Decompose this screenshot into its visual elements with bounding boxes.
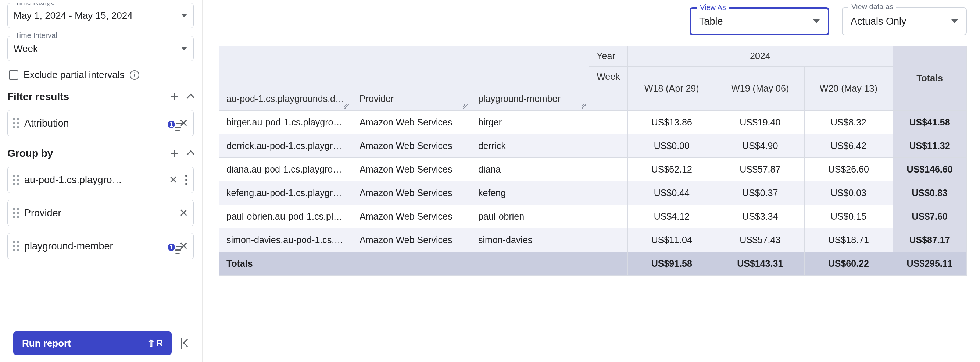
dim-cell: Amazon Web Services (352, 181, 471, 205)
run-report-label: Run report (22, 338, 71, 349)
footer-cell: US$91.58 (627, 252, 716, 276)
dim-cell: derrick.au-pod-1.cs.playgr… (219, 134, 352, 158)
info-icon[interactable]: i (130, 70, 139, 80)
add-filter-button[interactable]: + (170, 90, 178, 104)
exclude-partial-checkbox[interactable] (9, 70, 18, 80)
value-cell: US$4.12 (627, 205, 716, 228)
time-range-select[interactable]: Time Range May 1, 2024 - May 15, 2024 (7, 3, 194, 28)
view-data-as-select[interactable]: View data as Actuals Only (842, 7, 967, 35)
footer-cell: US$143.31 (716, 252, 804, 276)
value-cell: US$0.00 (627, 134, 716, 158)
year-label-header: Year (589, 46, 627, 67)
time-interval-legend: Time Interval (13, 31, 60, 40)
drag-handle-icon[interactable] (13, 118, 19, 128)
groupby-chip-label: playground-member (24, 241, 167, 252)
value-cell: US$62.12 (627, 158, 716, 181)
collapse-groupby-section[interactable] (187, 150, 194, 159)
spacer-cell (589, 205, 627, 228)
value-cell: US$6.42 (804, 134, 893, 158)
table-row: simon-davies.au-pod-1.cs.…Amazon Web Ser… (219, 228, 966, 252)
week-label-header: Week (589, 67, 627, 87)
dim-cell: birger (471, 111, 589, 134)
table-row: diana.au-pod-1.cs.playgro…Amazon Web Ser… (219, 158, 966, 181)
value-cell: US$0.44 (627, 181, 716, 205)
view-as-select[interactable]: View As Table (690, 7, 829, 35)
sidebar: Time Range May 1, 2024 - May 15, 2024 Ti… (0, 0, 201, 362)
drag-handle-icon[interactable] (13, 241, 19, 251)
drag-handle-icon[interactable] (13, 208, 19, 218)
footer-total: US$295.11 (892, 252, 966, 276)
run-report-shortcut: ⇧ R (147, 338, 163, 349)
value-cell: US$4.90 (716, 134, 804, 158)
value-cell: US$18.71 (804, 228, 893, 252)
year-value-header: 2024 (627, 46, 893, 67)
groupby-chip-menu[interactable] (185, 175, 188, 185)
row-total-cell: US$41.58 (892, 111, 966, 134)
filter-chip-attribution[interactable]: Attribution 1 ✕ (7, 110, 194, 137)
collapse-filter-section[interactable] (187, 94, 194, 102)
table-row: paul-obrien.au-pod-1.cs.pl…Amazon Web Se… (219, 205, 966, 228)
table-row: kefeng.au-pod-1.cs.playgr…Amazon Web Ser… (219, 181, 966, 205)
row-total-cell: US$11.32 (892, 134, 966, 158)
dim-header-provider[interactable]: Provider (352, 87, 471, 111)
dim-cell: simon-davies.au-pod-1.cs.… (219, 228, 352, 252)
dim-cell: Amazon Web Services (352, 134, 471, 158)
dim-cell: birger.au-pod-1.cs.playgro… (219, 111, 352, 134)
report-table: Year 2024 Totals Week W18 (Apr 29) W19 (… (219, 46, 967, 276)
week-header[interactable]: W20 (May 13) (804, 67, 893, 111)
dim-header-pod[interactable]: au-pod-1.cs.playgrounds.d… (219, 87, 352, 111)
dim-cell: Amazon Web Services (352, 205, 471, 228)
value-cell: US$11.04 (627, 228, 716, 252)
row-total-cell: US$7.60 (892, 205, 966, 228)
value-cell: US$3.34 (716, 205, 804, 228)
chevron-down-icon (181, 14, 188, 17)
run-report-button[interactable]: Run report ⇧ R (13, 332, 172, 355)
filter-chip-label: Attribution (24, 118, 167, 129)
chevron-down-icon (181, 47, 188, 50)
value-cell: US$26.60 (804, 158, 893, 181)
remove-groupby-button[interactable]: ✕ (169, 174, 178, 185)
filter-badge: 1 (167, 242, 176, 252)
totals-header: Totals (892, 46, 966, 111)
dim-cell: paul-obrien.au-pod-1.cs.pl… (219, 205, 352, 228)
remove-groupby-button[interactable]: ✕ (179, 207, 188, 218)
dim-cell: diana.au-pod-1.cs.playgro… (219, 158, 352, 181)
view-as-legend: View As (697, 3, 729, 12)
groupby-chip-provider[interactable]: Provider ✕ (7, 200, 194, 226)
week-header[interactable]: W18 (Apr 29) (627, 67, 716, 111)
filter-badge: 1 (167, 120, 176, 129)
spacer-cell (589, 111, 627, 134)
dim-cell: simon-davies (471, 228, 589, 252)
row-total-cell: US$0.83 (892, 181, 966, 205)
footer-label: Totals (219, 252, 627, 276)
collapse-sidebar-button[interactable] (181, 337, 194, 349)
spacer-cell (589, 228, 627, 252)
week-header[interactable]: W19 (May 06) (716, 67, 804, 111)
groupby-chip-label: Provider (24, 207, 174, 219)
table-row: derrick.au-pod-1.cs.playgr…Amazon Web Se… (219, 134, 966, 158)
time-interval-select[interactable]: Time Interval Week (7, 36, 194, 61)
table-row: birger.au-pod-1.cs.playgro…Amazon Web Se… (219, 111, 966, 134)
dim-cell: paul-obrien (471, 205, 589, 228)
table-corner (219, 46, 589, 87)
groupby-title: Group by (7, 148, 53, 159)
dim-cell: diana (471, 158, 589, 181)
groupby-chip-pod[interactable]: au-pod-1.cs.playgro… ✕ (7, 167, 194, 193)
footer-cell: US$60.22 (804, 252, 893, 276)
time-range-value: May 1, 2024 - May 15, 2024 (14, 10, 133, 21)
drag-handle-icon[interactable] (13, 175, 19, 185)
groupby-chip-member[interactable]: playground-member 1 ✕ (7, 233, 194, 259)
dim-header-member[interactable]: playground-member (471, 87, 589, 111)
empty-header (589, 87, 627, 111)
dim-cell: derrick (471, 134, 589, 158)
view-data-as-value: Actuals Only (851, 16, 907, 27)
chevron-down-icon (813, 19, 820, 23)
view-data-as-legend: View data as (848, 3, 896, 11)
dim-cell: Amazon Web Services (352, 228, 471, 252)
filter-results-title: Filter results (7, 91, 69, 103)
add-groupby-button[interactable]: + (170, 147, 178, 160)
value-cell: US$57.43 (716, 228, 804, 252)
value-cell: US$19.40 (716, 111, 804, 134)
time-range-legend: Time Range (13, 3, 57, 6)
dim-cell: Amazon Web Services (352, 158, 471, 181)
